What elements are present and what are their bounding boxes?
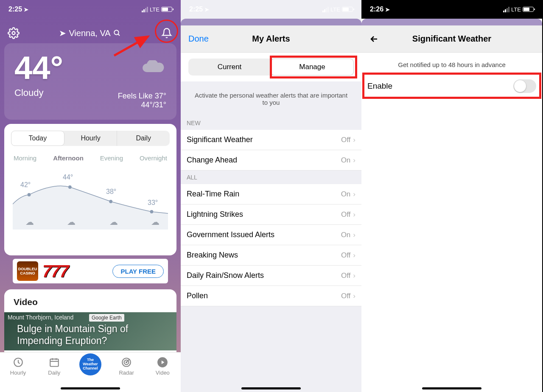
location-selector[interactable]: ➤ Vienna, VA: [59, 28, 120, 38]
bottom-tab-bar: Hourly Daily The Weather Channel Radar V…: [0, 352, 181, 392]
settings-button[interactable]: [8, 27, 20, 39]
video-headline: Bulge in Mountain Sign of Impending Erup…: [17, 323, 164, 347]
enable-row: Enable: [361, 74, 542, 98]
weather-icon: ☁: [151, 217, 160, 227]
section-header-new: NEW: [181, 116, 361, 130]
sheet-header: Done My Alerts: [181, 25, 361, 53]
temp-chart: 42° 44° 38° 33° ☁ ☁ ☁ ☁: [13, 166, 168, 230]
sheet-title: Significant Weather: [412, 34, 491, 44]
tab-today[interactable]: Today: [11, 131, 64, 146]
svg-point-0: [12, 32, 15, 35]
segment-manage[interactable]: Manage: [271, 59, 354, 76]
chevron-right-icon: ›: [353, 272, 355, 280]
video-location-badge: Mount Thorbjorn, Iceland: [8, 314, 73, 321]
home-indicator[interactable]: [241, 387, 301, 389]
ad-cta-button[interactable]: PLAY FREE: [112, 265, 164, 278]
svg-point-5: [109, 200, 112, 203]
feels-like: Feels Like 37°: [118, 92, 166, 101]
battery-icon: [342, 7, 353, 12]
weather-icon: ☁: [25, 217, 34, 227]
sheet-title: My Alerts: [252, 34, 290, 44]
status-bar: 2:25 ➤ LTE: [181, 0, 361, 19]
svg-point-4: [68, 185, 72, 189]
video-header: Video: [4, 289, 176, 312]
daypart-evening[interactable]: Evening: [100, 154, 123, 162]
network-label: LTE: [150, 6, 160, 13]
back-button[interactable]: [369, 34, 379, 44]
status-bar: 2:25 ➤ LTE: [0, 0, 181, 19]
cell-signal-icon: [322, 7, 329, 12]
status-time: 2:25: [189, 6, 203, 13]
forecast-card: Today Hourly Daily Morning Afternoon Eve…: [4, 124, 176, 255]
location-arrow-icon: ➤: [59, 28, 66, 38]
row-lightning-strikes[interactable]: Lightning StrikesOff›: [181, 204, 361, 225]
row-breaking-news[interactable]: Breaking NewsOff›: [181, 245, 361, 266]
temp-morning: 42°: [20, 181, 31, 189]
row-real-time-rain[interactable]: Real-Time RainOn›: [181, 184, 361, 204]
video-section: Video Mount Thorbjorn, Iceland Google Ea…: [4, 289, 176, 352]
section-header-all: ALL: [181, 171, 361, 184]
cell-signal-icon: [142, 7, 148, 12]
chevron-right-icon: ›: [353, 136, 355, 144]
daypart-overnight[interactable]: Overnight: [140, 154, 167, 162]
twc-logo: The Weather Channel: [79, 353, 101, 375]
enable-label: Enable: [367, 81, 392, 91]
video-thumbnail[interactable]: Mount Thorbjorn, Iceland Google Earth Bu…: [4, 312, 176, 350]
status-time: 2:26: [370, 6, 383, 13]
ad-banner[interactable]: DOUBLEU CASINO 777 PLAY FREE: [13, 259, 168, 283]
tab-item-hourly[interactable]: Hourly: [6, 357, 31, 376]
svg-rect-8: [50, 359, 59, 366]
status-time: 2:25: [8, 6, 22, 13]
home-indicator[interactable]: [61, 387, 120, 389]
segment-current[interactable]: Current: [188, 59, 271, 76]
chevron-right-icon: ›: [353, 210, 355, 219]
forecast-segment: Today Hourly Daily: [11, 131, 170, 146]
chevron-right-icon: ›: [353, 292, 355, 300]
row-significant-weather[interactable]: Significant Weather Off›: [181, 130, 361, 150]
location-name: Vienna, VA: [69, 28, 110, 38]
status-bar: 2:26 ➤ LTE: [361, 0, 542, 19]
location-services-icon: ➤: [204, 6, 209, 13]
daypart-afternoon[interactable]: Afternoon: [53, 154, 84, 162]
ad-logo: DOUBLEU CASINO: [17, 261, 38, 281]
svg-point-6: [150, 210, 154, 213]
description-text: Get notified up to 48 hours in advance: [361, 53, 542, 74]
weather-icon: ☁: [67, 217, 76, 227]
battery-icon: [161, 7, 172, 12]
sheet-header: Significant Weather: [361, 25, 542, 53]
enable-toggle[interactable]: [513, 79, 536, 93]
chevron-right-icon: ›: [353, 190, 355, 199]
alerts-segment: Current Manage: [188, 59, 354, 76]
chevron-right-icon: ›: [353, 156, 355, 165]
tab-item-home[interactable]: The Weather Channel: [78, 353, 103, 375]
list-all: Real-Time RainOn› Lightning StrikesOff› …: [181, 184, 361, 306]
location-services-icon: ➤: [385, 6, 390, 13]
tab-hourly[interactable]: Hourly: [64, 131, 117, 146]
daypart-morning[interactable]: Morning: [14, 154, 36, 162]
row-daily-rain-snow[interactable]: Daily Rain/Snow AlertsOff›: [181, 266, 361, 286]
done-button[interactable]: Done: [188, 34, 209, 44]
ad-sevens: 777: [42, 262, 68, 281]
video-source-badge: Google Earth: [89, 314, 124, 322]
info-text: Activate the personal weather alerts tha…: [181, 81, 361, 116]
row-government-alerts[interactable]: Government Issued AlertsOn›: [181, 225, 361, 245]
weather-icon: ☁: [109, 217, 118, 227]
temp-evening: 38°: [106, 188, 116, 196]
annotation-arrow: [112, 32, 159, 58]
location-services-icon: ➤: [24, 6, 28, 13]
row-change-ahead[interactable]: Change Ahead On›: [181, 150, 361, 171]
chevron-right-icon: ›: [353, 251, 355, 260]
tab-item-daily[interactable]: Daily: [42, 357, 67, 376]
tab-daily[interactable]: Daily: [117, 131, 170, 146]
network-label: LTE: [511, 6, 521, 13]
temp-afternoon: 44°: [63, 174, 73, 181]
row-pollen[interactable]: PollenOff›: [181, 286, 361, 306]
chevron-right-icon: ›: [353, 231, 355, 239]
list-new: Significant Weather Off› Change Ahead On…: [181, 130, 361, 171]
network-label: LTE: [330, 6, 340, 13]
battery-icon: [523, 7, 534, 12]
tab-item-video[interactable]: Video: [150, 357, 175, 376]
home-indicator[interactable]: [422, 387, 481, 389]
hi-lo: 44°/31°: [118, 101, 166, 109]
tab-item-radar[interactable]: Radar: [114, 357, 139, 376]
